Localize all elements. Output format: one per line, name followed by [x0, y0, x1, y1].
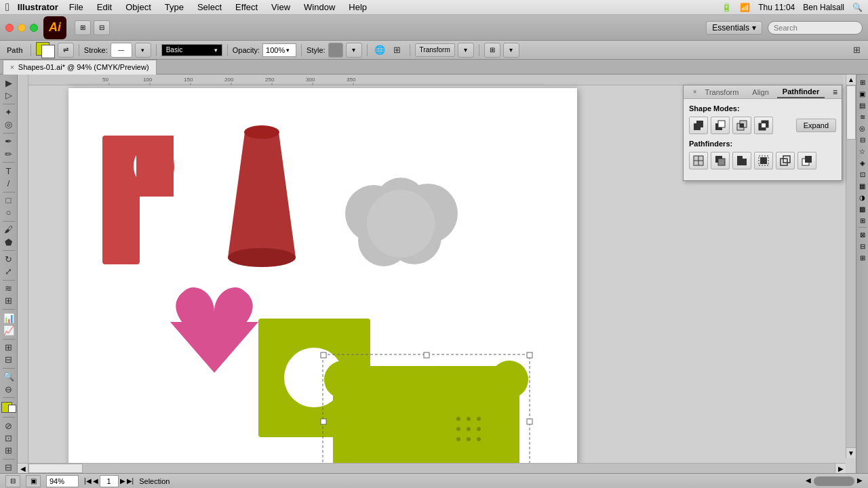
style-swatch[interactable]: [328, 43, 343, 58]
layers-icon[interactable]: ▤: [858, 100, 867, 110]
menu-window[interactable]: Window: [298, 2, 340, 12]
symbols-icon[interactable]: ◎: [858, 123, 867, 133]
search-input[interactable]: [768, 21, 863, 35]
pathfinder-close-icon[interactable]: ×: [693, 88, 697, 96]
graph-tool[interactable]: 📊: [1, 312, 16, 323]
zoom-in-tool[interactable]: 🔍: [1, 371, 16, 382]
merge-button[interactable]: [732, 152, 751, 169]
brush-tool[interactable]: 🖌: [1, 224, 16, 235]
cloud-shape[interactable]: [345, 178, 458, 266]
scroll-down-arrow[interactable]: ▼: [846, 447, 856, 458]
line-tool[interactable]: /: [1, 178, 16, 188]
transform-tab[interactable]: Transform: [700, 87, 745, 98]
handle-tr[interactable]: [527, 352, 532, 358]
search-icon[interactable]: 🔍: [852, 3, 863, 12]
red-cup-shape[interactable]: [228, 125, 296, 267]
menu-object[interactable]: Object: [120, 2, 157, 12]
blob-tool[interactable]: ⬟: [1, 237, 16, 247]
nav-next[interactable]: ▶: [120, 477, 125, 485]
divide-button[interactable]: [689, 152, 708, 169]
color-mode-pattern[interactable]: ⊞: [1, 445, 16, 456]
rotate-tool[interactable]: ↻: [1, 253, 16, 264]
handle-ml[interactable]: [321, 419, 326, 424]
scroll-up-arrow[interactable]: ▲: [846, 75, 856, 85]
lasso-tool[interactable]: ◎: [1, 119, 16, 130]
nav-last[interactable]: ▶|: [127, 477, 134, 485]
scrollbar-horizontal[interactable]: ◀ ▶: [18, 463, 846, 473]
minus-front-button[interactable]: [711, 117, 730, 134]
scroll-right-arrow[interactable]: ▶: [835, 464, 846, 473]
color-mode-none[interactable]: ⊘: [1, 420, 16, 431]
outline-button[interactable]: [776, 152, 795, 169]
exclude-button[interactable]: [754, 117, 773, 134]
libraries-icon[interactable]: ▣: [858, 89, 867, 98]
menu-view[interactable]: View: [266, 2, 296, 12]
pen-tool[interactable]: ✒: [1, 136, 16, 147]
pixel-preview-icon[interactable]: ⊞: [390, 43, 405, 58]
more-options-icon[interactable]: ▾: [503, 43, 519, 58]
align-panel-icon[interactable]: ⊠: [858, 230, 867, 239]
properties-icon[interactable]: ⊞: [858, 77, 867, 87]
tab-close-icon[interactable]: ×: [10, 64, 14, 71]
unite-button[interactable]: [689, 117, 708, 134]
panel-toggle-icon[interactable]: ⊞: [849, 43, 864, 58]
transparency-icon[interactable]: ▩: [858, 204, 867, 214]
status-icon-2[interactable]: ▣: [26, 475, 41, 487]
status-icon-1[interactable]: ⊟: [5, 475, 20, 487]
rectangle-tool[interactable]: □: [1, 195, 16, 205]
nav-prev[interactable]: ◀: [93, 477, 98, 485]
page-number[interactable]: 1: [100, 475, 119, 487]
grid-tool[interactable]: ⊞: [1, 342, 16, 352]
scrollbar-vertical[interactable]: ▲ ▼: [846, 75, 856, 458]
stroke-weight-btn[interactable]: ▾: [135, 43, 151, 58]
close-button[interactable]: [5, 24, 14, 32]
transform-button[interactable]: Transform: [415, 43, 455, 57]
stroke-panel-icon[interactable]: ⊞: [858, 216, 867, 225]
layout-icon[interactable]: ⊟: [94, 20, 110, 35]
align-tab[interactable]: Align: [747, 87, 774, 98]
status-arrow-right[interactable]: ▶: [857, 476, 863, 486]
scroll-thumb-vertical[interactable]: [846, 85, 856, 140]
scroll-thumb-horizontal[interactable]: [28, 464, 83, 473]
essentials-button[interactable]: Essentials ▾: [706, 21, 762, 35]
color-icon[interactable]: ◈: [858, 158, 867, 167]
ellipse-tool[interactable]: ○: [1, 207, 16, 218]
menu-edit[interactable]: Edit: [92, 2, 117, 12]
change-screen-mode[interactable]: ⊟: [1, 462, 16, 473]
fill-stroke-swatch[interactable]: [36, 42, 55, 58]
maximize-button[interactable]: [30, 24, 38, 32]
direct-selection-tool[interactable]: ▷: [1, 89, 16, 100]
trim-button[interactable]: [711, 152, 730, 169]
arrangement-icon[interactable]: ⊞: [75, 20, 91, 35]
document-tab[interactable]: × Shapes-01.ai* @ 94% (CMYK/Preview): [3, 60, 157, 75]
align-icon[interactable]: ⊞: [484, 43, 500, 58]
swatches-icon[interactable]: ▦: [858, 181, 867, 190]
transform-panel-icon[interactable]: ⊟: [858, 241, 867, 251]
pencil-tool[interactable]: ✏: [1, 148, 16, 159]
menu-type[interactable]: Type: [159, 2, 189, 12]
handle-tl[interactable]: [321, 352, 326, 358]
status-arrow-left[interactable]: ◀: [806, 476, 811, 486]
crop-button[interactable]: [754, 152, 773, 169]
menu-help[interactable]: Help: [343, 2, 372, 12]
minus-back-button[interactable]: [797, 152, 816, 169]
color-guide-icon[interactable]: ⊡: [858, 169, 867, 179]
magic-wand-tool[interactable]: ✦: [1, 106, 16, 117]
warp-tool[interactable]: ≋: [1, 283, 16, 294]
free-transform-tool[interactable]: ⊞: [1, 296, 16, 306]
transform-options-icon[interactable]: ▾: [458, 43, 474, 58]
menu-select[interactable]: Select: [192, 2, 227, 12]
style-dropdown[interactable]: ▾: [346, 43, 362, 58]
handle-tm[interactable]: [424, 352, 429, 358]
nav-first[interactable]: |◀: [84, 477, 92, 485]
appearance-icon[interactable]: ☆: [858, 146, 867, 156]
intersect-button[interactable]: [732, 117, 751, 134]
shape-builder-tool[interactable]: ⊟: [1, 354, 16, 365]
scale-tool[interactable]: ⤢: [1, 266, 16, 277]
menu-effect[interactable]: Effect: [230, 2, 263, 12]
status-scroll-bar[interactable]: [814, 476, 854, 486]
stroke-swatch[interactable]: [41, 45, 55, 58]
zoom-input[interactable]: 94%: [46, 475, 79, 487]
color-mode-gradient[interactable]: ⊡: [1, 432, 16, 443]
type-tool[interactable]: T: [1, 165, 16, 176]
